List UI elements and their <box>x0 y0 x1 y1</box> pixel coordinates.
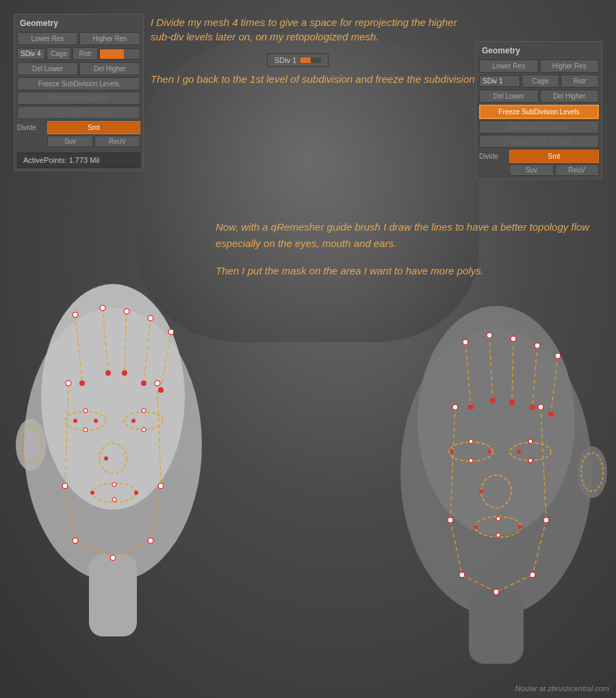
svg-point-94 <box>517 450 521 454</box>
convert-bpr-button[interactable]: Convert BPR To Geo <box>17 106 140 119</box>
svg-point-71 <box>511 336 516 341</box>
face-right-svg <box>383 287 609 671</box>
right-divide-buttons: Smt <box>509 150 599 163</box>
right-convert-bpr-button[interactable]: Convert BPR To Geo <box>479 135 599 148</box>
svg-point-50 <box>418 306 575 536</box>
svg-point-38 <box>79 380 85 386</box>
svg-point-80 <box>493 589 499 595</box>
face-right-container <box>383 287 609 671</box>
svg-point-46 <box>104 456 108 461</box>
svg-point-77 <box>543 517 549 523</box>
svg-rect-51 <box>469 589 524 664</box>
svg-point-32 <box>84 409 88 413</box>
face-left-svg <box>7 246 205 643</box>
divide-row: Divide Smt <box>17 121 140 134</box>
svg-point-36 <box>112 482 116 487</box>
svg-point-79 <box>530 572 535 578</box>
svg-point-93 <box>487 450 491 454</box>
svg-point-72 <box>535 343 540 348</box>
higher-res-button[interactable]: Higher Res <box>79 32 140 45</box>
rstr-button[interactable]: Rstr <box>73 47 98 60</box>
lower-res-button[interactable]: Lower Res <box>17 32 78 45</box>
reuv-button[interactable]: ReuV <box>94 135 140 147</box>
right-del-lower-button[interactable]: Del Lower <box>479 90 539 103</box>
divide-label: Divide <box>17 124 44 131</box>
svg-point-37 <box>112 497 116 502</box>
right-sdiv-select[interactable]: SDiv 1 <box>479 75 520 87</box>
svg-point-25 <box>66 380 71 386</box>
svg-point-33 <box>84 428 88 432</box>
right-suv-button[interactable]: Suv <box>509 164 554 176</box>
svg-point-73 <box>555 353 561 359</box>
panel-left-title: Geometry <box>17 17 140 29</box>
res-buttons-row: Lower Res Higher Res <box>17 32 140 45</box>
svg-point-90 <box>530 404 535 410</box>
divide-buttons: Smt <box>47 121 140 134</box>
svg-point-85 <box>496 517 500 521</box>
text-overlay-top: I Divide my mesh 4 times to give a space… <box>151 15 465 44</box>
svg-point-70 <box>487 333 492 338</box>
svg-point-35 <box>142 428 146 432</box>
svg-point-87 <box>468 404 474 410</box>
svg-point-34 <box>142 409 146 413</box>
watermark: Noular at zbrushcentral.com <box>515 684 609 693</box>
svg-point-27 <box>62 483 68 489</box>
panel-right-title: Geometry <box>479 44 599 57</box>
right-rstr-button[interactable]: Rstr <box>561 75 599 88</box>
right-lower-res-button[interactable]: Lower Res <box>479 60 539 73</box>
svg-point-41 <box>141 380 146 386</box>
sdiv-progress-bar <box>99 49 140 60</box>
right-reconstruct-subdiv-button[interactable]: Reconstruct Subdiv <box>479 120 599 133</box>
sdiv-indicator-bar <box>300 57 321 63</box>
geometry-panel-right: Geometry Lower Res Higher Res SDiv 1 Cag… <box>476 41 602 179</box>
right-divide-row: Divide Smt <box>479 150 599 163</box>
right-del-higher-button[interactable]: Del Higher <box>540 90 600 103</box>
svg-point-47 <box>90 491 94 495</box>
face-left-container <box>7 246 205 643</box>
right-freeze-subdiv-button[interactable]: Freeze SubDivision Levels <box>479 105 599 119</box>
svg-point-26 <box>155 380 160 386</box>
reconstruct-subdiv-button[interactable]: Reconstruct Subdiv <box>17 92 140 105</box>
text-mid-content: Then I go back to the 1st level of subdi… <box>151 73 506 85</box>
right-cage-button[interactable]: Cage <box>522 75 560 88</box>
svg-point-22 <box>124 309 129 314</box>
svg-point-28 <box>158 483 164 489</box>
text-bottom-2: Then I put the mask on the area I want t… <box>216 263 595 279</box>
svg-point-40 <box>122 370 127 376</box>
svg-point-30 <box>148 538 153 543</box>
svg-point-45 <box>131 419 136 423</box>
svg-point-89 <box>509 400 515 405</box>
suv-button[interactable]: Suv <box>47 135 93 147</box>
del-buttons-row: Del Lower Del Higher <box>17 62 140 75</box>
cage-button[interactable]: Cage <box>47 47 72 60</box>
svg-point-84 <box>528 458 532 463</box>
right-reuv-button[interactable]: ReuV <box>555 164 600 176</box>
sdiv-select[interactable]: SDiv 4 <box>17 48 45 60</box>
del-higher-button[interactable]: Del Higher <box>79 62 140 75</box>
svg-rect-2 <box>89 554 137 636</box>
freeze-subdiv-button[interactable]: Freeze SubDivision Levels <box>17 77 140 90</box>
svg-point-20 <box>73 312 78 318</box>
smt-button[interactable]: Smt <box>47 121 140 134</box>
svg-point-81 <box>469 439 473 443</box>
right-sdiv-row: SDiv 1 Cage Rstr <box>479 75 599 88</box>
svg-point-74 <box>452 404 458 410</box>
svg-point-48 <box>134 491 138 495</box>
del-lower-button[interactable]: Del Lower <box>17 62 78 75</box>
right-higher-res-button[interactable]: Higher Res <box>540 60 600 73</box>
svg-point-1 <box>41 284 185 510</box>
svg-point-42 <box>158 387 164 393</box>
sdiv-indicator-label: SDiv 1 <box>274 56 296 64</box>
text-top-content: I Divide my mesh 4 times to give a space… <box>151 16 457 42</box>
svg-point-86 <box>496 533 500 537</box>
svg-point-82 <box>469 458 473 463</box>
svg-point-95 <box>479 489 483 493</box>
right-res-buttons-row: Lower Res Higher Res <box>479 60 599 73</box>
svg-point-78 <box>459 572 465 578</box>
svg-point-69 <box>463 339 468 345</box>
svg-point-88 <box>490 398 496 403</box>
sdiv-row: SDiv 4 Cage Rstr <box>17 47 140 60</box>
svg-point-21 <box>100 305 105 311</box>
svg-point-97 <box>518 525 522 529</box>
right-smt-button[interactable]: Smt <box>509 150 599 163</box>
